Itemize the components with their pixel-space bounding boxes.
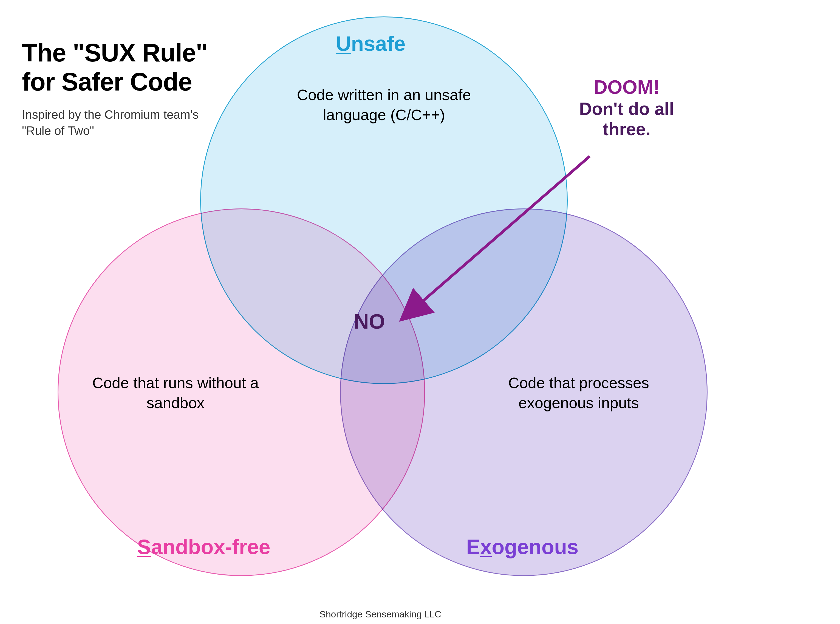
doom-title: DOOM! [565,77,688,98]
label-exogenous-underline: x [480,535,492,558]
label-exogenous-rest: ogenous [492,535,579,558]
doom-callout: DOOM! Don't do all three. [565,77,688,139]
desc-unsafe: Code written in an unsafe language (C/C+… [291,85,477,125]
label-unsafe: Unsafe [336,32,405,56]
center-intersection-label: NO [354,309,385,333]
label-unsafe-rest: nsafe [351,32,406,55]
doom-subtitle: Don't do all three. [565,99,688,139]
label-exogenous: Exogenous [466,535,579,559]
desc-sandbox: Code that runs without a sandbox [91,373,261,413]
venn-diagram: Unsafe Sandbox-free Exogenous Code writt… [0,0,840,624]
label-sandbox-underline: S [137,535,151,558]
footer-credit: Shortridge Sensemaking LLC [320,609,441,619]
desc-exogenous: Code that processes exogenous inputs [485,373,672,413]
label-unsafe-underline: U [336,32,351,55]
label-sandbox-rest: andbox-free [151,535,270,558]
label-sandbox: Sandbox-free [137,535,270,559]
label-exogenous-prefix: E [466,535,480,558]
